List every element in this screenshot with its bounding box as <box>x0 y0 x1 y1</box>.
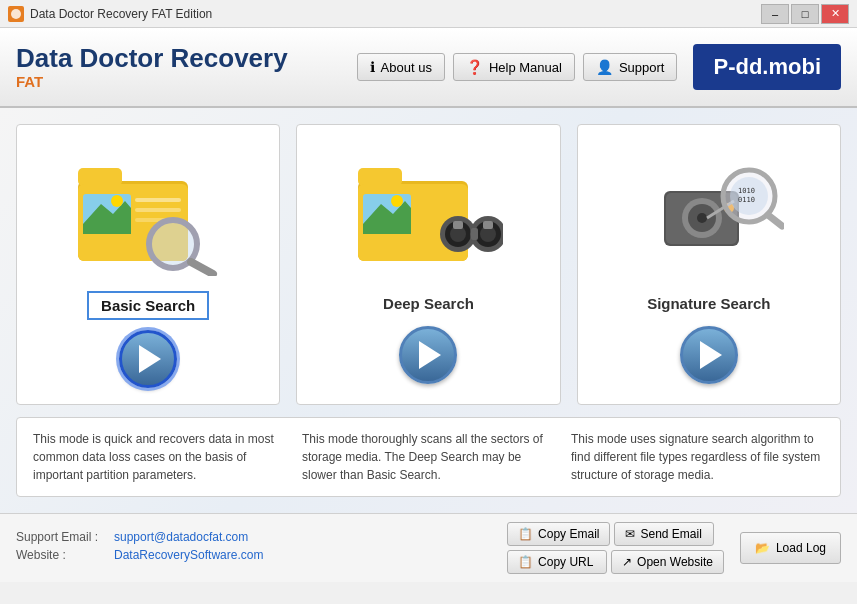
basic-search-play-button[interactable] <box>119 330 177 388</box>
load-log-button[interactable]: 📂 Load Log <box>740 532 841 564</box>
basic-search-label: Basic Search <box>87 291 209 320</box>
footer: Support Email : support@datadocfat.com W… <box>0 513 857 582</box>
svg-point-17 <box>391 195 403 207</box>
support-button[interactable]: 👤 Support <box>583 53 678 81</box>
app-icon <box>8 6 24 22</box>
about-label: About us <box>381 60 432 75</box>
deep-search-card[interactable]: Deep Search <box>296 124 560 405</box>
open-website-button[interactable]: ↗ Open Website <box>611 550 724 574</box>
support-email-row: Support Email : support@datadocfat.com <box>16 530 491 544</box>
titlebar-title: Data Doctor Recovery FAT Edition <box>30 7 761 21</box>
play-icon <box>700 341 722 369</box>
send-email-button[interactable]: ✉ Send Email <box>614 522 714 546</box>
website-link[interactable]: DataRecoverySoftware.com <box>114 548 263 562</box>
maximize-button[interactable]: □ <box>791 4 819 24</box>
svg-rect-24 <box>471 228 478 240</box>
main-area: Basic Search <box>0 108 857 513</box>
app-subtitle: FAT <box>16 73 357 90</box>
svg-rect-13 <box>358 168 402 186</box>
basic-search-card[interactable]: Basic Search <box>16 124 280 405</box>
description-area: This mode is quick and recovers data in … <box>16 417 841 497</box>
brand-logo: P-dd.mobi <box>693 44 841 90</box>
load-log-icon: 📂 <box>755 541 770 555</box>
deep-search-image <box>348 141 508 281</box>
search-options: Basic Search <box>16 124 841 405</box>
basic-search-description: This mode is quick and recovers data in … <box>33 430 286 484</box>
minimize-button[interactable]: – <box>761 4 789 24</box>
app-title: Data Doctor Recovery <box>16 44 357 73</box>
svg-point-0 <box>11 9 21 19</box>
signature-search-description: This mode uses signature search algorith… <box>571 430 824 484</box>
signature-search-label: Signature Search <box>635 291 782 316</box>
help-button[interactable]: ❓ Help Manual <box>453 53 575 81</box>
svg-rect-5 <box>135 208 181 212</box>
svg-text:0110: 0110 <box>738 196 755 204</box>
footer-action-buttons: 📋 Copy Email ✉ Send Email 📋 Copy URL ↗ O… <box>507 522 724 574</box>
help-label: Help Manual <box>489 60 562 75</box>
email-button-row: 📋 Copy Email ✉ Send Email <box>507 522 724 546</box>
signature-search-image: 1010 0110 <box>629 141 789 281</box>
signature-search-card[interactable]: 1010 0110 Signature Search <box>577 124 841 405</box>
copy-url-button[interactable]: 📋 Copy URL <box>507 550 607 574</box>
open-website-label: Open Website <box>637 555 713 569</box>
support-label: Support <box>619 60 665 75</box>
window-controls: – □ ✕ <box>761 4 849 24</box>
copy-email-icon: 📋 <box>518 527 533 541</box>
svg-rect-2 <box>78 168 122 186</box>
header: Data Doctor Recovery FAT ℹ About us ❓ He… <box>0 28 857 108</box>
svg-point-9 <box>111 195 123 207</box>
footer-info: Support Email : support@datadocfat.com W… <box>16 530 491 566</box>
svg-rect-25 <box>453 221 463 229</box>
close-button[interactable]: ✕ <box>821 4 849 24</box>
deep-search-description: This mode thoroughly scans all the secto… <box>302 430 555 484</box>
support-icon: 👤 <box>596 59 613 75</box>
titlebar: Data Doctor Recovery FAT Edition – □ ✕ <box>0 0 857 28</box>
svg-text:1010: 1010 <box>738 187 755 195</box>
support-email-link[interactable]: support@datadocfat.com <box>114 530 248 544</box>
svg-line-11 <box>191 262 213 274</box>
load-log-label: Load Log <box>776 541 826 555</box>
deep-search-label: Deep Search <box>371 291 486 316</box>
help-icon: ❓ <box>466 59 483 75</box>
svg-line-38 <box>768 215 782 226</box>
send-email-icon: ✉ <box>625 527 635 541</box>
deep-search-play-button[interactable] <box>399 326 457 384</box>
website-row: Website : DataRecoverySoftware.com <box>16 548 491 562</box>
copy-url-label: Copy URL <box>538 555 593 569</box>
url-button-row: 📋 Copy URL ↗ Open Website <box>507 550 724 574</box>
open-website-icon: ↗ <box>622 555 632 569</box>
info-icon: ℹ <box>370 59 375 75</box>
send-email-label: Send Email <box>640 527 701 541</box>
svg-rect-26 <box>483 221 493 229</box>
copy-url-icon: 📋 <box>518 555 533 569</box>
basic-search-image <box>68 141 228 281</box>
play-icon <box>139 345 161 373</box>
support-email-label: Support Email : <box>16 530 106 544</box>
copy-email-label: Copy Email <box>538 527 599 541</box>
play-icon <box>419 341 441 369</box>
about-button[interactable]: ℹ About us <box>357 53 445 81</box>
app-logo: Data Doctor Recovery FAT <box>16 44 357 90</box>
signature-search-play-button[interactable] <box>680 326 738 384</box>
svg-point-31 <box>697 213 707 223</box>
copy-email-button[interactable]: 📋 Copy Email <box>507 522 610 546</box>
svg-rect-4 <box>135 198 181 202</box>
header-nav: ℹ About us ❓ Help Manual 👤 Support <box>357 53 678 81</box>
website-label: Website : <box>16 548 106 562</box>
